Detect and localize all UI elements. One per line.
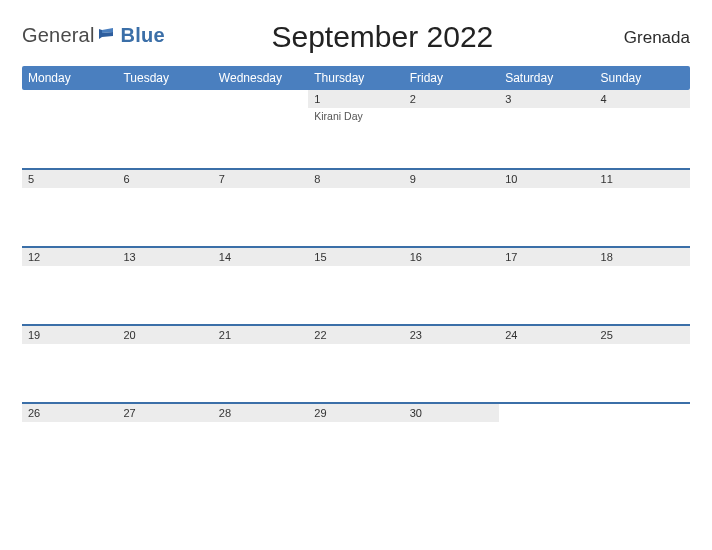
week-row: 2627282930.. [22,402,690,462]
day-cell: 9 [404,170,499,246]
day-header-cell: Monday [22,66,117,90]
day-cell: . [117,90,212,168]
date-number: . [213,90,308,108]
date-number: 6 [117,170,212,188]
day-cell: 2 [404,90,499,168]
day-header-row: Monday Tuesday Wednesday Thursday Friday… [22,66,690,90]
day-cell: 16 [404,248,499,324]
day-cell: 8 [308,170,403,246]
date-number: 2 [404,90,499,108]
day-cell: 24 [499,326,594,402]
day-header-cell: Thursday [308,66,403,90]
flag-icon [99,24,119,40]
date-number: 20 [117,326,212,344]
date-number: . [117,90,212,108]
date-number: . [499,404,594,422]
day-cell: . [595,404,690,462]
date-number: 21 [213,326,308,344]
day-cell: 20 [117,326,212,402]
date-number: 7 [213,170,308,188]
day-cell: 25 [595,326,690,402]
day-cell: 26 [22,404,117,462]
date-number: 14 [213,248,308,266]
calendar-grid: ...1Kirani Day23456789101112131415161718… [22,90,690,462]
day-header-cell: Saturday [499,66,594,90]
date-number: 26 [22,404,117,422]
day-cell: 13 [117,248,212,324]
date-number: 5 [22,170,117,188]
date-number: 19 [22,326,117,344]
brand-logo: General Blue [22,18,165,47]
date-number: 27 [117,404,212,422]
day-cell: 7 [213,170,308,246]
date-number: . [595,404,690,422]
date-number: 18 [595,248,690,266]
date-number: 3 [499,90,594,108]
day-cell: 17 [499,248,594,324]
day-cell: 21 [213,326,308,402]
day-cell: 19 [22,326,117,402]
day-cell: 27 [117,404,212,462]
country-label: Grenada [600,18,690,48]
day-cell: 1Kirani Day [308,90,403,168]
date-number: 13 [117,248,212,266]
day-cell: . [22,90,117,168]
day-cell: 14 [213,248,308,324]
date-number: 15 [308,248,403,266]
date-number: 30 [404,404,499,422]
header: General Blue September 2022 Grenada [22,18,690,54]
week-row: ...1Kirani Day234 [22,90,690,168]
date-number: 10 [499,170,594,188]
day-header-cell: Friday [404,66,499,90]
date-number: 16 [404,248,499,266]
day-cell: 18 [595,248,690,324]
day-cell: . [499,404,594,462]
day-cell: 22 [308,326,403,402]
day-cell: 10 [499,170,594,246]
week-row: 567891011 [22,168,690,246]
day-cell: 15 [308,248,403,324]
date-number: 4 [595,90,690,108]
date-number: 1 [308,90,403,108]
week-row: 12131415161718 [22,246,690,324]
day-header-cell: Tuesday [117,66,212,90]
date-number: 12 [22,248,117,266]
date-number: 29 [308,404,403,422]
day-header-cell: Wednesday [213,66,308,90]
date-number: 23 [404,326,499,344]
event-label: Kirani Day [314,110,397,122]
date-number: 22 [308,326,403,344]
day-cell: 29 [308,404,403,462]
day-cell: . [213,90,308,168]
day-cell: 30 [404,404,499,462]
date-number: 25 [595,326,690,344]
day-cell: 28 [213,404,308,462]
week-row: 19202122232425 [22,324,690,402]
day-cell: 12 [22,248,117,324]
day-cell: 5 [22,170,117,246]
day-cell: 6 [117,170,212,246]
brand-left: General [22,24,95,47]
day-cell: 4 [595,90,690,168]
date-number: 9 [404,170,499,188]
brand-right: Blue [121,24,165,47]
date-number: 17 [499,248,594,266]
date-number: . [22,90,117,108]
date-number: 28 [213,404,308,422]
day-cell: 11 [595,170,690,246]
day-header-cell: Sunday [595,66,690,90]
page-title: September 2022 [165,18,600,54]
day-cell: 23 [404,326,499,402]
date-number: 11 [595,170,690,188]
day-cell: 3 [499,90,594,168]
date-number: 24 [499,326,594,344]
date-number: 8 [308,170,403,188]
